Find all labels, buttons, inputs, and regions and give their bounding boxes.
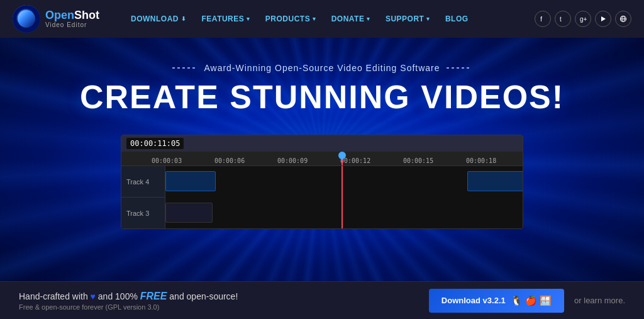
track-4-content bbox=[165, 166, 523, 198]
social-youtube[interactable] bbox=[595, 11, 611, 27]
brand-open: Open bbox=[45, 9, 74, 21]
timeline-ruler: 00:00:03 00:00:06 00:00:09 00:00:12 00:0… bbox=[121, 152, 523, 165]
hero-subtitle: Award-Winning Open-Source Video Editing … bbox=[172, 63, 471, 73]
navbar: OpenShot Video Editor DOWNLOAD ⬇ FEATURE… bbox=[0, 0, 644, 38]
social-googleplus[interactable]: g+ bbox=[575, 11, 591, 27]
time-display: 00:00:11:05 bbox=[126, 138, 184, 149]
ruler-label-1: 00:00:03 bbox=[152, 157, 182, 164]
free-label: FREE bbox=[140, 291, 167, 301]
track-3-content bbox=[165, 198, 523, 229]
track-3-label: Track 3 bbox=[121, 198, 165, 228]
nav-blog[interactable]: BLOG bbox=[439, 11, 475, 27]
ruler-label-6: 00:00:18 bbox=[466, 157, 496, 164]
svg-text:g+: g+ bbox=[580, 16, 587, 23]
playhead-line bbox=[341, 152, 343, 165]
youtube-icon bbox=[599, 15, 607, 23]
heart-icon: ♥ bbox=[91, 291, 98, 301]
social-facebook[interactable]: f bbox=[535, 11, 551, 27]
nav-features[interactable]: FEATURES ▾ bbox=[196, 11, 257, 27]
globe-icon bbox=[619, 15, 627, 23]
hero-section: Award-Winning Open-Source Video Editing … bbox=[0, 38, 644, 281]
track-4-playhead bbox=[341, 166, 343, 198]
playhead-marker bbox=[338, 152, 346, 159]
deco-line-left bbox=[172, 67, 197, 69]
download-arrow-icon: ⬇ bbox=[181, 16, 187, 22]
support-chevron-icon: ▾ bbox=[426, 16, 430, 22]
facebook-icon: f bbox=[539, 15, 547, 23]
ruler-label-5: 00:00:15 bbox=[403, 157, 433, 164]
donate-chevron-icon: ▾ bbox=[367, 16, 370, 22]
track-4-clip-1 bbox=[165, 171, 216, 191]
brand-shot: Shot bbox=[74, 9, 99, 21]
bottom-bar: Hand-crafted with ♥ and 100% FREE and op… bbox=[0, 281, 644, 319]
platform-icons: 🐧 🍎 🪟 bbox=[511, 295, 552, 306]
timeline-editor: 00:00:11:05 00:00:03 00:00:06 00:00:09 0… bbox=[121, 135, 523, 229]
ruler-label-4: 00:00:12 bbox=[340, 157, 370, 164]
hero-title: CREATE STUNNING VIDEOS! bbox=[80, 78, 564, 116]
svg-marker-7 bbox=[601, 16, 606, 21]
logo-svg bbox=[13, 5, 40, 33]
brand-subtitle: Video Editor bbox=[45, 21, 99, 28]
download-button[interactable]: Download v3.2.1 🐧 🍎 🪟 bbox=[429, 289, 564, 313]
social-links: f t g+ bbox=[535, 11, 631, 27]
svg-point-2 bbox=[20, 13, 33, 25]
nav-donate[interactable]: DONATE ▾ bbox=[325, 11, 377, 27]
nav-products[interactable]: PRODUCTS ▾ bbox=[259, 11, 323, 27]
svg-text:f: f bbox=[540, 15, 543, 23]
svg-point-3 bbox=[23, 16, 30, 22]
nav-download[interactable]: DOWNLOAD ⬇ bbox=[125, 11, 193, 27]
ruler-label-3: 00:00:09 bbox=[277, 157, 308, 164]
logo-text: OpenShot Video Editor bbox=[45, 9, 99, 29]
track-4: Track 4 bbox=[121, 165, 523, 197]
bottom-text-main: Hand-crafted with ♥ and 100% FREE and op… bbox=[19, 291, 429, 302]
or-learn-more: or learn more. bbox=[574, 296, 625, 305]
timeline-header: 00:00:11:05 bbox=[121, 135, 523, 152]
logo[interactable]: OpenShot Video Editor bbox=[13, 5, 99, 33]
products-chevron-icon: ▾ bbox=[313, 16, 316, 22]
track-3: Track 3 bbox=[121, 197, 523, 228]
nav-support[interactable]: SUPPORT ▾ bbox=[379, 11, 436, 27]
track-4-label: Track 4 bbox=[121, 166, 165, 197]
deco-line-right bbox=[447, 67, 472, 69]
brand-name: OpenShot bbox=[45, 9, 99, 22]
svg-point-1 bbox=[16, 9, 36, 29]
bottom-text-sub: Free & open-source forever (GPL version … bbox=[19, 303, 429, 311]
track-3-playhead bbox=[341, 198, 343, 229]
nav-links: DOWNLOAD ⬇ FEATURES ▾ PRODUCTS ▾ DONATE … bbox=[125, 11, 535, 27]
features-chevron-icon: ▾ bbox=[247, 16, 250, 22]
social-website[interactable] bbox=[615, 11, 631, 27]
twitter-icon: t bbox=[559, 15, 567, 23]
logo-icon bbox=[13, 5, 40, 33]
hero-content: Award-Winning Open-Source Video Editing … bbox=[0, 38, 644, 229]
googleplus-icon: g+ bbox=[579, 15, 587, 23]
svg-text:t: t bbox=[560, 16, 562, 23]
ruler-label-2: 00:00:06 bbox=[214, 157, 245, 164]
social-twitter[interactable]: t bbox=[555, 11, 571, 27]
track-4-clip-2 bbox=[467, 171, 523, 191]
bottom-left: Hand-crafted with ♥ and 100% FREE and op… bbox=[19, 291, 429, 311]
track-3-clip-1 bbox=[165, 203, 213, 223]
